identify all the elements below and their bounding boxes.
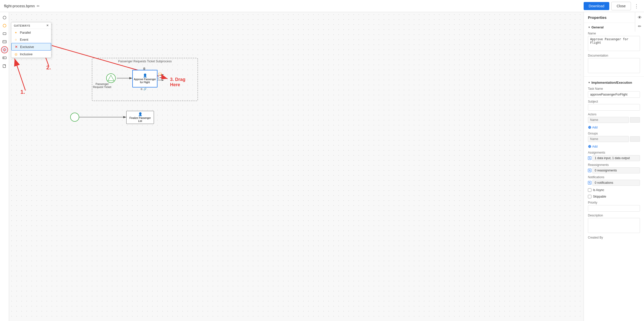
groups-field: Groups bbox=[584, 131, 644, 143]
svg-line-18 bbox=[15, 59, 25, 90]
image-tool[interactable] bbox=[1, 38, 8, 45]
gateway-popup-close[interactable]: ✕ bbox=[46, 24, 49, 27]
gateway-exclusive[interactable]: ✕ Exclusive bbox=[11, 43, 51, 51]
priority-label: Priority bbox=[588, 201, 640, 204]
task-settings-icon[interactable]: ⚙ bbox=[140, 88, 143, 90]
gateway-popup: GATEWAYS ✕ + Parallel ○ Event ✕ Exclusiv… bbox=[11, 22, 51, 58]
reassignments-value[interactable] bbox=[592, 167, 640, 173]
description-field: Description bbox=[584, 213, 644, 235]
data-tool[interactable] bbox=[1, 62, 8, 69]
canvas-svg: Passenger Requests Ticket Subprocess bbox=[9, 12, 584, 321]
created-by-label: Created By bbox=[588, 236, 640, 239]
assignments-label: Assignments bbox=[588, 151, 640, 154]
svg-rect-2 bbox=[3, 33, 6, 35]
impl-section-header[interactable]: ▼ Implementation/Execution bbox=[584, 78, 644, 86]
actors-add-plus: ⊕ bbox=[588, 125, 591, 130]
priority-field: Priority bbox=[584, 200, 644, 213]
name-input[interactable] bbox=[588, 36, 640, 51]
is-async-checkbox[interactable] bbox=[588, 188, 591, 192]
groups-name-input[interactable] bbox=[588, 136, 629, 142]
documentation-input[interactable] bbox=[588, 58, 640, 73]
close-button[interactable]: Close bbox=[611, 2, 631, 10]
groups-label: Groups bbox=[588, 132, 640, 135]
bpmn-canvas[interactable]: GATEWAYS ✕ + Parallel ○ Event ✕ Exclusiv… bbox=[9, 12, 584, 321]
actors-add-link[interactable]: ⊕ Add bbox=[584, 124, 644, 131]
notifications-field: Notifications ✎ bbox=[584, 174, 644, 187]
subject-input[interactable] bbox=[588, 104, 640, 111]
approve-task-label: Approve Passenger for Flight bbox=[134, 78, 156, 84]
gateway-tool[interactable]: ✕ bbox=[1, 46, 8, 53]
topbar: flight-process.bpmn ✏ Download Close ⋮ bbox=[0, 0, 644, 12]
notifications-edit-icon[interactable]: ✎ bbox=[588, 181, 591, 185]
assignments-value[interactable] bbox=[592, 155, 640, 161]
pencil-icon[interactable]: ✏ bbox=[636, 23, 643, 30]
properties-panel: Properties › ▼ General Name Documentatio… bbox=[584, 12, 644, 321]
gateway-inclusive[interactable]: ◎ Inclusive bbox=[11, 51, 51, 58]
documentation-label: Documentation bbox=[588, 54, 640, 57]
cursor-tool[interactable] bbox=[1, 14, 8, 21]
skippable-label: Skippable bbox=[593, 195, 606, 198]
skippable-checkbox[interactable] bbox=[588, 195, 591, 198]
finalize-task-label: Finalize Passenger List bbox=[128, 117, 153, 123]
description-input[interactable] bbox=[588, 218, 640, 233]
impl-section-label: Implementation/Execution bbox=[591, 81, 632, 84]
eye-icon[interactable]: 👁 bbox=[636, 14, 643, 21]
notifications-value[interactable] bbox=[592, 180, 640, 186]
groups-add-label: Add bbox=[592, 145, 597, 148]
task-delete-icon[interactable]: 🗑 bbox=[143, 67, 146, 70]
general-section-label: General bbox=[591, 25, 603, 29]
passenger-request-label: Passenger Request Ticket bbox=[92, 82, 112, 88]
task-tool[interactable] bbox=[1, 54, 8, 61]
svg-point-1 bbox=[3, 24, 6, 27]
left-toolbar: ✕ bbox=[0, 12, 9, 321]
reassignments-field: Reassignments ✎ bbox=[584, 162, 644, 174]
circle-event-tool[interactable] bbox=[1, 22, 8, 29]
groups-add-link[interactable]: ⊕ Add bbox=[584, 143, 644, 150]
is-async-label: Is Async bbox=[593, 188, 604, 192]
annotation-step3: 3. Drag Here bbox=[170, 77, 185, 87]
assignments-edit-icon[interactable]: ✎ bbox=[588, 156, 591, 160]
description-label: Description bbox=[588, 214, 640, 217]
gateway-inclusive-label: Inclusive bbox=[20, 52, 33, 56]
actors-field: Actors bbox=[584, 112, 644, 124]
finalize-start-event bbox=[70, 113, 79, 122]
taskname-input[interactable] bbox=[588, 91, 640, 98]
priority-input[interactable] bbox=[588, 205, 640, 212]
annotation-step2: 2. bbox=[46, 64, 51, 71]
approve-passenger-task[interactable]: 🗑 👤 Approve Passenger for Flight ⚙ 🔗 bbox=[132, 70, 157, 87]
svg-point-0 bbox=[3, 16, 6, 19]
main-content: ✕ GATEWAYS ✕ + Parallel ○ Event ✕ bbox=[0, 12, 644, 321]
panel-title: Properties bbox=[588, 15, 607, 20]
groups-add-plus: ⊕ bbox=[588, 144, 591, 149]
gateway-parallel[interactable]: + Parallel bbox=[11, 29, 51, 36]
reassignments-label: Reassignments bbox=[588, 163, 640, 167]
rectangle-tool[interactable] bbox=[1, 30, 8, 37]
skippable-row: Skippable bbox=[584, 193, 644, 200]
taskname-field: Task Name bbox=[584, 86, 644, 99]
event-icon: ○ bbox=[14, 37, 18, 41]
name-label: Name bbox=[588, 32, 640, 35]
gateway-event[interactable]: ○ Event bbox=[11, 36, 51, 43]
svg-text:✕: ✕ bbox=[4, 49, 5, 51]
gateway-parallel-label: Parallel bbox=[20, 31, 31, 34]
finalize-user-icon: 👤 bbox=[138, 112, 142, 116]
annotation-step1: 1. bbox=[20, 89, 25, 95]
notifications-label: Notifications bbox=[588, 175, 640, 179]
download-button[interactable]: Download bbox=[584, 2, 609, 10]
edit-filename-icon[interactable]: ✏ bbox=[37, 4, 40, 8]
exclusive-icon: ✕ bbox=[14, 45, 18, 49]
finalize-task[interactable]: 👤 Finalize Passenger List bbox=[126, 111, 154, 124]
reassignments-edit-icon[interactable]: ✎ bbox=[588, 169, 591, 172]
right-icon-panel: 👁 ✏ bbox=[635, 12, 644, 32]
task-link-icon[interactable]: 🔗 bbox=[143, 88, 146, 90]
task-user-icon: 👤 bbox=[143, 73, 147, 77]
svg-point-6 bbox=[3, 57, 4, 58]
inclusive-icon: ◎ bbox=[14, 52, 18, 56]
general-toggle-arrow: ▼ bbox=[588, 26, 590, 29]
actors-label: Actors bbox=[588, 113, 640, 116]
more-options-icon[interactable]: ⋮ bbox=[633, 2, 640, 10]
gateway-event-label: Event bbox=[20, 38, 28, 41]
actors-name-input[interactable] bbox=[588, 117, 629, 123]
is-async-row: Is Async bbox=[584, 187, 644, 193]
created-by-field: Created By bbox=[584, 235, 644, 241]
